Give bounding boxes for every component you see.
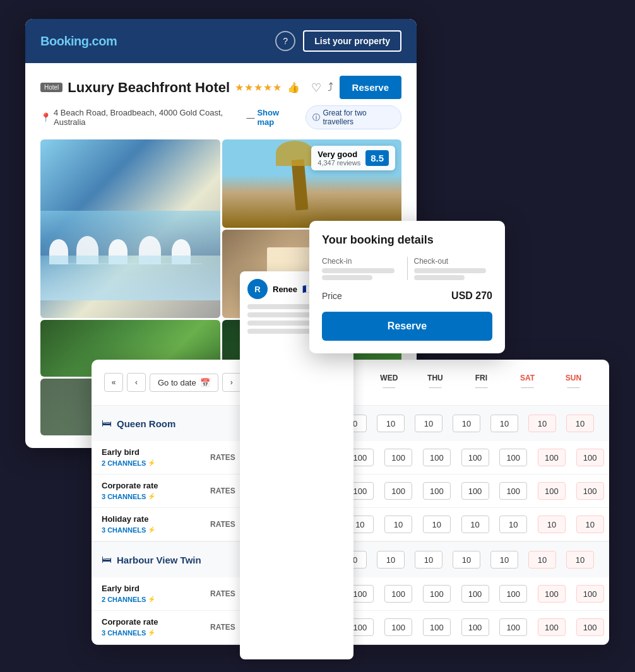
hotel-header: Booking.com ? List your property: [25, 19, 417, 63]
address-left: 📍 4 Beach Road, Broadbeach, 4000 Gold Co…: [40, 108, 295, 127]
share-button[interactable]: ⤴: [328, 81, 333, 94]
hvtcr-input-2[interactable]: [423, 618, 451, 636]
date-divider: [407, 257, 408, 280]
hvt-eb-rates-label: RATES: [210, 589, 235, 598]
queen-avail-input-1[interactable]: [377, 415, 405, 432]
qcr-input-3[interactable]: [461, 482, 489, 500]
qhr-input-2[interactable]: [423, 516, 451, 533]
hvtcr-val-4: [494, 616, 533, 639]
qcr-input-4[interactable]: [499, 482, 527, 500]
hvt-avail-input-1[interactable]: [377, 551, 405, 569]
qeb-input-5[interactable]: [538, 449, 566, 466]
hvteb-input-4[interactable]: [499, 585, 527, 603]
hvt-avail-4: [485, 548, 523, 571]
queen-avail-input-2[interactable]: [415, 415, 442, 432]
list-property-button[interactable]: List your property: [303, 30, 401, 52]
booking-details-card: Your booking details Check-in Check-out …: [309, 221, 505, 353]
queen-early-bird-channels[interactable]: 2 CHANNELS ⚡: [102, 459, 155, 467]
nav-next-button[interactable]: ›: [222, 373, 241, 392]
qcr-val-1: [379, 480, 418, 502]
goto-date-button[interactable]: Go to date 📅: [150, 374, 218, 392]
nav-first-button[interactable]: «: [104, 373, 123, 392]
hvtcr-input-5[interactable]: [538, 618, 566, 636]
qhr-val-4: [494, 513, 533, 536]
hotel-stars: ★★★★★: [235, 81, 282, 93]
qeb-val-6: [571, 446, 609, 469]
qeb-input-3[interactable]: [461, 449, 489, 466]
qhr-input-6[interactable]: [576, 516, 604, 533]
queen-avail-input-5[interactable]: [528, 415, 556, 432]
room-icon-queen: 🛏: [102, 418, 112, 429]
qcr-input-5[interactable]: [538, 482, 566, 500]
queen-avail-input-4[interactable]: [490, 415, 518, 432]
qeb-input-1[interactable]: [384, 449, 412, 466]
qcr-input-1[interactable]: [384, 482, 412, 500]
hvteb-val-1: [379, 582, 418, 605]
qcr-input-6[interactable]: [576, 482, 604, 500]
nav-prev-button[interactable]: ‹: [127, 373, 146, 392]
hvtcr-input-4[interactable]: [499, 618, 527, 636]
hvtcr-input-3[interactable]: [461, 618, 489, 636]
qhr-val-3: [456, 513, 494, 536]
help-button[interactable]: ?: [275, 31, 295, 51]
qcr-input-2[interactable]: [423, 482, 451, 500]
qeb-input-4[interactable]: [499, 449, 527, 466]
hvteb-input-1[interactable]: [384, 585, 412, 603]
hvt-avail-input-6[interactable]: [566, 551, 594, 569]
hvt-avail-input-3[interactable]: [453, 551, 480, 569]
harbour-corporate-channels[interactable]: 3 CHANNELS ⚡: [102, 629, 155, 637]
checkout-col: Check-out: [414, 257, 493, 280]
booking-reserve-button[interactable]: Reserve: [322, 312, 492, 341]
qhr-input-4[interactable]: [499, 516, 527, 533]
harbour-early-bird-channels[interactable]: 2 CHANNELS ⚡: [102, 596, 155, 603]
hvtcr-input-1[interactable]: [384, 618, 412, 636]
hvteb-input-6[interactable]: [576, 585, 604, 603]
show-map-link[interactable]: Show map: [257, 108, 295, 127]
hvt-avail-input-4[interactable]: [490, 551, 518, 569]
hvtcr-val-1: [379, 616, 418, 639]
queen-holiday-name: Holiday rate: [102, 514, 205, 524]
qhr-input-5[interactable]: [538, 516, 566, 533]
price-row: Price USD 270: [322, 290, 492, 302]
queen-avail-input-6[interactable]: [566, 415, 594, 432]
hvt-corp-rates-label: RATES: [210, 623, 235, 632]
hotel-title-row: Hotel Luxury Beachfront Hotel ★★★★★ 👍 ♡ …: [40, 76, 401, 99]
checkin-label: Check-in: [322, 257, 395, 266]
queen-corporate-channels[interactable]: 3 CHANNELS ⚡: [102, 493, 155, 500]
reserve-button-top[interactable]: Reserve: [340, 76, 401, 99]
hvt-avail-input-5[interactable]: [528, 551, 556, 569]
gallery-image-pool[interactable]: [40, 139, 220, 318]
holiday-rates-label: RATES: [210, 520, 235, 529]
hvt-avail-input-2[interactable]: [415, 551, 442, 569]
queen-early-bird-name: Early bird: [102, 447, 205, 457]
queen-holiday-channels[interactable]: 3 CHANNELS ⚡: [102, 526, 155, 534]
hvtcr-input-6[interactable]: [576, 618, 604, 636]
hvteb-input-5[interactable]: [538, 585, 566, 603]
qeb-input-6[interactable]: [576, 449, 604, 466]
qhr-val-6: [571, 513, 609, 536]
great-badge: ⓘ Great for two travellers: [306, 105, 401, 129]
queen-avail-input-3[interactable]: [453, 415, 480, 432]
gallery-image-beach[interactable]: Very good 4,347 reviews 8.5: [222, 139, 402, 228]
favorite-button[interactable]: ♡: [311, 81, 321, 95]
day-sub-wed: ——: [383, 384, 395, 391]
hvt-avail-6: [561, 548, 599, 571]
qeb-val-5: [533, 446, 571, 469]
qeb-input-2[interactable]: [423, 449, 451, 466]
hvteb-input-2[interactable]: [423, 585, 451, 603]
day-sub-fri: ——: [475, 384, 487, 391]
hvt-avail-2: [410, 548, 448, 571]
day-header-thu: THU——: [412, 368, 458, 396]
hvteb-input-3[interactable]: [461, 585, 489, 603]
header-right: ? List your property: [275, 30, 401, 52]
corp-channels-count: 3 CHANNELS: [102, 493, 146, 500]
queen-avail-row: [334, 412, 599, 435]
harbour-corporate-info: Corporate rate 3 CHANNELS ⚡: [92, 617, 205, 638]
hvteb-val-4: [494, 582, 533, 605]
harbour-early-bird-info: Early bird 2 CHANNELS ⚡: [92, 584, 205, 604]
hvt-avail-1: [372, 548, 410, 571]
qhr-input-3[interactable]: [461, 516, 489, 533]
holiday-channels-count: 3 CHANNELS: [102, 526, 146, 534]
hotel-name: Luxury Beachfront Hotel: [68, 80, 230, 96]
qhr-input-1[interactable]: [384, 516, 412, 533]
